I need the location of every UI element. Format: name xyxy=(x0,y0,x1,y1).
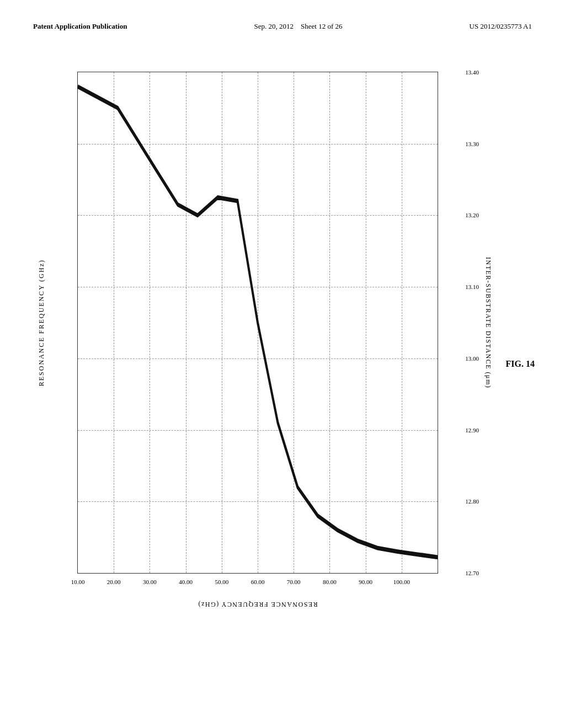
x-tick-70: 70.00 xyxy=(287,579,301,585)
x-tick-40: 40.00 xyxy=(179,579,193,585)
y-axis-title: INTER-SUBSTRATE DISTANCE (μm) xyxy=(484,257,492,388)
date-label: Sep. 20, 2012 Sheet 12 of 26 xyxy=(254,22,343,31)
x-tick-80: 80.00 xyxy=(323,579,337,585)
chart-container: RESONANCE FREQUENCY (GHz) xyxy=(33,72,499,618)
patent-number: US 2012/0235773 A1 xyxy=(470,22,532,31)
y-axis-title-container: INTER-SUBSTRATE DISTANCE (μm) xyxy=(474,72,502,574)
fig-label: FIG. 14 xyxy=(506,359,535,369)
page: Patent Application Publication Sep. 20, … xyxy=(0,0,565,728)
x-tick-10: 10.00 xyxy=(71,579,85,585)
x-tick-90: 90.00 xyxy=(359,579,372,585)
y-axis-label-text: RESONANCE FREQUENCY (GHz) xyxy=(38,259,46,386)
x-axis-title: RESONANCE FREQUENCY (GHz) xyxy=(198,600,318,608)
x-tick-30: 30.00 xyxy=(143,579,157,585)
y-axis-label: RESONANCE FREQUENCY (GHz) xyxy=(33,72,50,574)
x-tick-60: 60.00 xyxy=(251,579,265,585)
x-tick-20: 20.00 xyxy=(107,579,121,585)
x-axis-title-container: RESONANCE FREQUENCY (GHz) xyxy=(77,590,438,618)
chart-plot-area: 10.00 20.00 30.00 40.00 50.00 60.00 70.0… xyxy=(77,72,438,574)
header: Patent Application Publication Sep. 20, … xyxy=(33,22,532,31)
x-tick-50: 50.00 xyxy=(215,579,228,585)
chart-curve xyxy=(78,72,438,573)
publication-label: Patent Application Publication xyxy=(33,22,127,31)
x-tick-100: 100.00 xyxy=(393,579,410,585)
